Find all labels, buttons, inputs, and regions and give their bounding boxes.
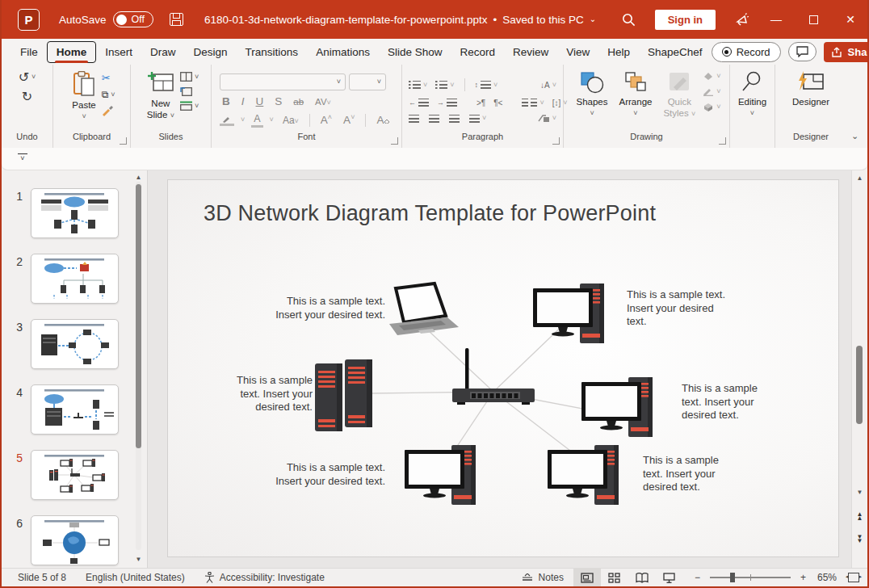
- justify-button[interactable]: ˅: [469, 115, 486, 123]
- quick-styles-button[interactable]: QuickStyles ˅: [659, 69, 699, 132]
- convert-smartart-button[interactable]: ˅: [537, 114, 556, 123]
- comments-button[interactable]: [788, 42, 817, 61]
- align-left-button[interactable]: [409, 115, 419, 123]
- notes-button[interactable]: Notes: [511, 572, 573, 583]
- change-case-button[interactable]: Aa˅: [280, 114, 301, 127]
- minimize-button[interactable]: —: [758, 0, 795, 39]
- font-size-combo[interactable]: ˅: [349, 74, 386, 90]
- tab-transitions[interactable]: Transitions: [237, 42, 308, 62]
- thumb-scroll-thumb[interactable]: [136, 184, 141, 448]
- zoom-slider[interactable]: [710, 577, 791, 578]
- tab-shapechef[interactable]: ShapeChef: [639, 42, 712, 62]
- ltr-button[interactable]: >¶: [476, 99, 485, 107]
- slide-1-thumbnail[interactable]: [31, 188, 119, 238]
- accessibility-status[interactable]: Accessibility: Investigate: [195, 572, 334, 583]
- designer-button[interactable]: Designer: [788, 69, 833, 132]
- align-right-button[interactable]: [449, 115, 460, 123]
- document-title[interactable]: 6180-01-3d-network-diagram-template-for-…: [204, 14, 596, 26]
- rtl-button[interactable]: ¶<: [493, 99, 502, 107]
- next-slide-button[interactable]: ▼▼: [852, 536, 867, 544]
- increase-indent-button[interactable]: →: [437, 99, 457, 107]
- align-center-button[interactable]: [429, 115, 439, 123]
- share-button[interactable]: Share ˅: [824, 42, 869, 62]
- slide-3-thumbnail[interactable]: [31, 319, 119, 369]
- paste-button[interactable]: Paste ˅: [68, 69, 99, 132]
- maximize-button[interactable]: [795, 0, 832, 39]
- font-color-button[interactable]: A: [251, 112, 262, 128]
- reset-slide-button[interactable]: [180, 86, 199, 96]
- label-bottom-right[interactable]: This is a sample text. Insert your desir…: [643, 454, 738, 494]
- wireless-router[interactable]: [452, 348, 535, 405]
- scroll-down-icon[interactable]: ▼: [852, 489, 867, 496]
- redo-button[interactable]: ↻: [22, 89, 32, 104]
- italic-button[interactable]: I: [239, 94, 247, 108]
- normal-view-button[interactable]: [573, 569, 601, 587]
- shape-outline-button[interactable]: ˅: [703, 87, 720, 96]
- thumb-scroll-up-icon[interactable]: ▲: [133, 174, 144, 181]
- cut-button[interactable]: ✂: [102, 72, 115, 84]
- increase-font-button[interactable]: A˄: [318, 113, 334, 127]
- server-tower-left-1[interactable]: [315, 363, 342, 431]
- zoom-out-button[interactable]: −: [683, 572, 703, 583]
- close-button[interactable]: ✕: [832, 0, 869, 39]
- undo-button[interactable]: ↺˅: [19, 69, 36, 85]
- tab-home[interactable]: Home: [47, 41, 97, 63]
- scroll-thumb[interactable]: [856, 346, 863, 424]
- slide-canvas[interactable]: 3D Network Diagram Template for PowerPoi…: [167, 179, 839, 557]
- text-direction-button[interactable]: ↓A˅: [540, 81, 556, 90]
- dialog-launcher-icon[interactable]: [391, 137, 398, 145]
- record-button[interactable]: Record: [712, 42, 781, 62]
- slide-4-thumbnail[interactable]: [31, 384, 119, 435]
- sign-in-button[interactable]: Sign in: [655, 10, 716, 30]
- editing-button[interactable]: Editing ˅: [734, 69, 770, 132]
- label-mid-right[interactable]: This is a sample text. Insert your desir…: [682, 382, 777, 422]
- bullets-button[interactable]: ˅: [409, 81, 427, 89]
- tab-help[interactable]: Help: [598, 42, 639, 62]
- coming-soon-button[interactable]: [725, 0, 758, 39]
- label-top-right[interactable]: This is a sample text. Insert your desir…: [627, 288, 733, 329]
- zoom-slider-thumb[interactable]: [730, 573, 735, 582]
- autosave-toggle[interactable]: Off: [113, 11, 153, 27]
- tab-review[interactable]: Review: [504, 42, 557, 62]
- server-tower-left-2[interactable]: [345, 359, 372, 427]
- slide-layout-button[interactable]: ˅: [180, 72, 199, 82]
- label-top-left[interactable]: This is a sample text. Insert your desir…: [274, 295, 385, 321]
- slide-6-thumbnail[interactable]: [31, 515, 119, 565]
- previous-slide-button[interactable]: ▲▲: [852, 513, 867, 521]
- decrease-indent-button[interactable]: ←: [409, 99, 429, 107]
- dialog-launcher-icon[interactable]: [719, 137, 726, 145]
- customize-qat-button[interactable]: ˅: [18, 153, 27, 163]
- zoom-in-button[interactable]: +: [797, 572, 814, 583]
- shapes-button[interactable]: Shapes ˅: [573, 69, 612, 132]
- slideshow-view-button[interactable]: [656, 569, 683, 587]
- character-spacing-button[interactable]: AV˅: [313, 96, 334, 107]
- save-icon[interactable]: [170, 13, 183, 26]
- slide-sorter-view-button[interactable]: [601, 569, 628, 587]
- shape-effects-button[interactable]: ˅: [703, 103, 720, 111]
- thumbnail-scrollbar[interactable]: ▲ ▼: [133, 170, 144, 568]
- highlight-color-button[interactable]: [220, 114, 234, 126]
- tab-record[interactable]: Record: [451, 42, 504, 62]
- columns-button[interactable]: ˅: [522, 99, 544, 107]
- clear-formatting-button[interactable]: A: [374, 113, 393, 127]
- new-slide-button[interactable]: NewSlide ˅: [143, 69, 178, 132]
- dialog-launcher-icon[interactable]: [120, 137, 127, 145]
- tab-insert[interactable]: Insert: [96, 42, 141, 62]
- powerpoint-app-icon[interactable]: P: [18, 9, 40, 31]
- desktop-right[interactable]: [581, 377, 653, 437]
- tab-design[interactable]: Design: [185, 42, 237, 62]
- numbering-button[interactable]: ˅: [435, 81, 454, 89]
- tab-draw[interactable]: Draw: [141, 42, 185, 62]
- fit-slide-to-window-button[interactable]: [848, 573, 859, 582]
- strikethrough-button[interactable]: ab: [291, 96, 306, 107]
- network-diagram[interactable]: [168, 180, 840, 558]
- format-painter-button[interactable]: [102, 105, 115, 116]
- reading-view-button[interactable]: [628, 569, 656, 587]
- laptop-device[interactable]: [389, 284, 459, 335]
- main-scrollbar[interactable]: ▲ ▼ ▲▲ ▼▼: [851, 170, 867, 568]
- line-spacing-button[interactable]: ↕˅: [475, 81, 498, 89]
- shape-fill-button[interactable]: ˅: [703, 72, 720, 81]
- label-mid-left[interactable]: This is a sample text. Insert your desir…: [214, 374, 313, 414]
- tab-file[interactable]: File: [11, 42, 47, 62]
- decrease-font-button[interactable]: A˅: [341, 113, 357, 127]
